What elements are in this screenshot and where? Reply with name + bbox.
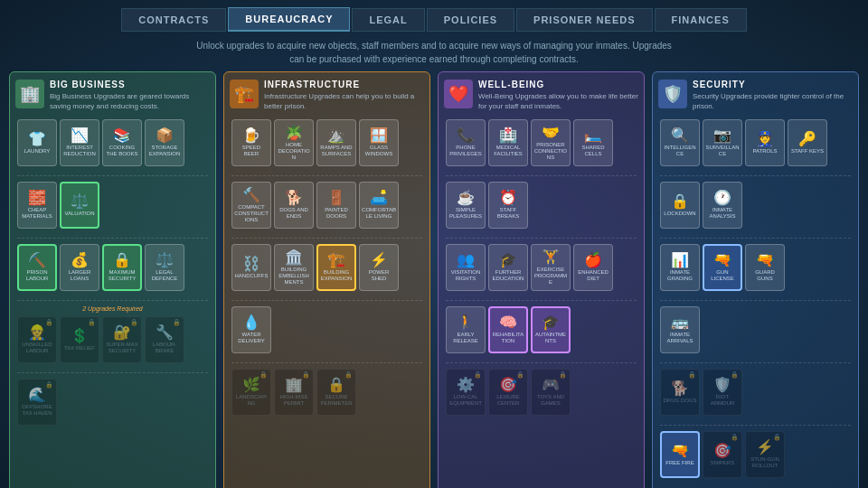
upgrade-item-low-cal-equipment[interactable]: ⚙️LOW-CAL EQUIPMENT🔒 — [446, 369, 486, 416]
upgrade-item-valuation[interactable]: ⚖️VALUATION — [60, 182, 99, 229]
upgrade-item-labour-brake[interactable]: 🔧LABOUR-BRAKE🔒 — [145, 316, 184, 363]
upgrade-item-cooking-the-books[interactable]: 📚COOKING THE BOOKS — [102, 119, 142, 166]
lock-icon: 🔒 — [302, 371, 310, 379]
item-label: EXERCISE PROGRAMME — [533, 267, 568, 286]
upgrade-item-speed-beer[interactable]: 🍺SPEED BEER — [231, 119, 271, 166]
upgrade-item-guard-guns[interactable]: 🔫GUARD GUNS — [745, 244, 785, 291]
upgrade-item-ramps-and-surfaces[interactable]: ⛰️RAMPS AND SURFACES — [316, 119, 356, 166]
upgrade-item-interest-reduction[interactable]: 📉INTEREST REDUCTION — [60, 119, 99, 166]
upgrade-item-painted-doors[interactable]: 🚪PAINTED DOORS — [316, 182, 356, 229]
column-security: 🛡️SECURITYSecurity Upgrades provide tigh… — [652, 71, 859, 488]
upgrade-item-snipers[interactable]: 🎯SNIPERS🔒 — [703, 431, 742, 478]
upgrade-item-laundry[interactable]: 👕LAUNDRY — [17, 119, 57, 166]
upgrade-item-storage-expansion[interactable]: 📦STORAGE EXPANSION — [145, 119, 184, 166]
upgrade-item-landscaping[interactable]: 🌿LANDSCAPING🔒 — [231, 369, 271, 416]
upgrade-item-shared-cells[interactable]: 🛏️SHARED CELLS — [573, 119, 613, 166]
upgrade-item-exercise-programme[interactable]: 🏋️EXERCISE PROGRAMME — [531, 244, 571, 291]
upgrade-item-handcuffs[interactable]: ⛓️HANDCUFFS — [231, 244, 271, 291]
tier-section-infrastructure-4: 🌿LANDSCAPING🔒🏢HIGH-RISE PERMIT🔒🔒SECURE P… — [230, 366, 424, 418]
tier-divider — [231, 175, 422, 176]
items-grid-big-business-1: 🧱CHEAP MATERIALS⚖️VALUATION — [15, 179, 210, 231]
upgrade-item-home-decoration[interactable]: 🪴HOME DECORATION — [274, 119, 314, 166]
upgrade-item-lockdown[interactable]: 🔒LOCKDOWN — [660, 182, 700, 229]
upgrade-item-power-shed[interactable]: ⚡POWER SHED — [359, 244, 399, 291]
upgrade-item-riot-armour[interactable]: 🛡️RIOT ARMOUR🔒 — [703, 369, 742, 416]
upgrade-item-offshore-tax-haven[interactable]: 🌊OFFSHORE TAX HAVEN🔒 — [17, 379, 57, 426]
item-icon: 🚶 — [457, 315, 475, 330]
item-icon: 💰 — [71, 253, 89, 267]
item-icon: ⚖️ — [71, 194, 89, 209]
tier-section-infrastructure-1: 🔨COMPACT CONSTRUCTIONS🐕DOGS AND ENDS🚪PAI… — [230, 179, 424, 231]
upgrade-item-staff-keys[interactable]: 🔑STAFF KEYS — [788, 119, 827, 166]
upgrade-item-staff-breaks[interactable]: ⏰STAFF BREAKS — [488, 182, 528, 229]
upgrade-item-intelligence[interactable]: 🔍INTELLIGENCE — [660, 119, 700, 166]
upgrade-item-building-embellishments[interactable]: 🏛️BUILDING EMBELLISHMENTS — [274, 244, 314, 291]
items-grid-big-business-2: ⛏️PRISON LABOUR💰LARGER LOANS🔒MAXIMUM SEC… — [15, 241, 210, 294]
item-label: STORAGE EXPANSION — [147, 145, 182, 157]
upgrade-item-enhanced-diet[interactable]: 🍎ENHANCED DIET — [573, 244, 613, 291]
required-label: 2 Upgrades Required — [15, 304, 210, 314]
upgrade-item-building-expansion[interactable]: 🏗️BUILDING EXPANSION — [316, 244, 356, 291]
tab-policies[interactable]: POLICIES — [427, 8, 514, 32]
item-icon: 🎓 — [499, 253, 517, 267]
tab-legal[interactable]: LEGAL — [352, 8, 424, 32]
tier-section-security-1: 🔒LOCKDOWN🕐INMATE ANALYSIS — [658, 179, 853, 231]
upgrade-item-water-delivery[interactable]: 💧WATER DELIVERY — [231, 306, 271, 353]
upgrade-item-toys-and-games[interactable]: 🎮TOYS AND GAMES🔒 — [531, 369, 571, 416]
upgrade-item-cheap-materials[interactable]: 🧱CHEAP MATERIALS — [17, 182, 57, 229]
upgrade-item-autaintments[interactable]: 🎓AUTAINTMENTS — [531, 306, 571, 353]
upgrade-item-free-fire[interactable]: 🔫FREE FIRE — [660, 431, 700, 478]
upgrade-item-tax-relief[interactable]: 💲TAX RELIEF🔒 — [60, 316, 99, 363]
item-label: INMATE ANALYSIS — [705, 207, 740, 220]
subtitle-text: Unlock upgrades to acquire new objects, … — [0, 32, 868, 71]
upgrade-item-prison-labour[interactable]: ⛏️PRISON LABOUR — [17, 244, 57, 291]
tab-contracts[interactable]: CONTRACTS — [121, 8, 226, 32]
upgrade-item-phone-privileges[interactable]: 📞PHONE PRIVILEGES — [446, 119, 486, 166]
upgrade-item-super-max-security[interactable]: 🔐SUPER-MAX SECURITY🔒 — [102, 316, 142, 363]
upgrade-item-glass-windows[interactable]: 🪟GLASS WINDOWS — [359, 119, 399, 166]
lock-icon: 🔒 — [344, 371, 353, 379]
upgrade-item-inmate-grading[interactable]: 📊INMATE GRADING — [660, 244, 700, 291]
lock-icon: 🔒 — [773, 434, 781, 441]
upgrade-item-gun-license[interactable]: 🔫GUN LICENSE — [703, 244, 742, 291]
upgrade-item-inmate-arrivals[interactable]: 🚌INMATE ARRIVALS — [660, 306, 700, 353]
upgrade-item-high-rise-permit[interactable]: 🏢HIGH-RISE PERMIT🔒 — [274, 369, 314, 416]
item-icon: 🔫 — [756, 253, 774, 267]
tier-section-big-business-3: 2 Upgrades Required👷UNSKILLED LABOUR🔒💲TA… — [15, 304, 210, 366]
item-label: LOCKDOWN — [664, 211, 695, 217]
upgrade-item-comfortable-living[interactable]: 🛋️COMFORTABLE LIVING — [359, 182, 399, 229]
upgrade-item-legal-defence[interactable]: ⚖️LEGAL DEFENCE — [145, 244, 184, 291]
upgrade-item-dogs-and-ends[interactable]: 🐕DOGS AND ENDS — [274, 182, 314, 229]
tab-finances[interactable]: FINANCES — [655, 8, 747, 32]
upgrade-item-inmate-analysis[interactable]: 🕐INMATE ANALYSIS — [703, 182, 742, 229]
item-label: COOKING THE BOOKS — [105, 145, 139, 157]
upgrade-item-rehabilitation[interactable]: 🧠REHABILITATION — [488, 306, 528, 353]
tab-bureaucracy[interactable]: BUREAUCRACY — [228, 7, 350, 32]
upgrade-item-further-education[interactable]: 🎓FURTHER EDUCATION — [488, 244, 528, 291]
lock-icon: 🔒 — [474, 371, 482, 379]
tab-prisoner-needs[interactable]: PRISONER NEEDS — [516, 8, 652, 32]
upgrade-item-stun-gun-rollout[interactable]: ⚡STUN-GUN ROLLOUT🔒 — [745, 431, 785, 478]
upgrade-item-maximum-security[interactable]: 🔒MAXIMUM SECURITY — [102, 244, 142, 291]
col-title-big-business: BIG BUSINESS — [50, 80, 210, 89]
upgrade-item-prisoner-connections[interactable]: 🤝PRISONER CONNECTIONS — [531, 119, 571, 166]
upgrade-item-unskilled-labour[interactable]: 👷UNSKILLED LABOUR🔒 — [17, 316, 57, 363]
upgrade-item-patrols[interactable]: 👮PATROLS — [745, 119, 785, 166]
upgrade-item-visitation-rights[interactable]: 👥VISITATION RIGHTS — [446, 244, 486, 291]
item-icon: 👕 — [28, 132, 46, 146]
upgrade-item-surveillance[interactable]: 📷SURVEILLANCE — [703, 119, 742, 166]
upgrade-item-early-release[interactable]: 🚶EARLY RELEASE — [446, 306, 486, 353]
upgrade-item-larger-loans[interactable]: 💰LARGER LOANS — [60, 244, 99, 291]
upgrade-item-secure-perimeter[interactable]: 🔒SECURE PERIMETER🔒 — [316, 369, 356, 416]
items-grid-security-5: 🔫FREE FIRE🎯SNIPERS🔒⚡STUN-GUN ROLLOUT🔒 — [658, 428, 853, 481]
upgrade-item-leisure-center[interactable]: 🎯LEISURE CENTER🔒 — [488, 369, 528, 416]
col-title-security: SECURITY — [693, 80, 853, 89]
upgrade-item-drug-dogs[interactable]: 🐕DRUG DOGS🔒 — [660, 369, 700, 416]
item-label: AUTAINTMENTS — [534, 332, 567, 344]
upgrade-item-simple-pleasures[interactable]: ☕SIMPLE PLEASURES — [446, 182, 486, 229]
main-wrapper: CONTRACTSBUREAUCRACYLEGALPOLICIESPRISONE… — [0, 0, 868, 488]
items-grid-security-4: 🐕DRUG DOGS🔒🛡️RIOT ARMOUR🔒 — [658, 366, 853, 418]
upgrade-item-compact-constructions[interactable]: 🔨COMPACT CONSTRUCTIONS — [231, 182, 271, 229]
upgrade-item-medical-facilities[interactable]: 🏥MEDICAL FACILITIES — [488, 119, 528, 166]
item-label: UNSKILLED LABOUR — [20, 342, 54, 354]
